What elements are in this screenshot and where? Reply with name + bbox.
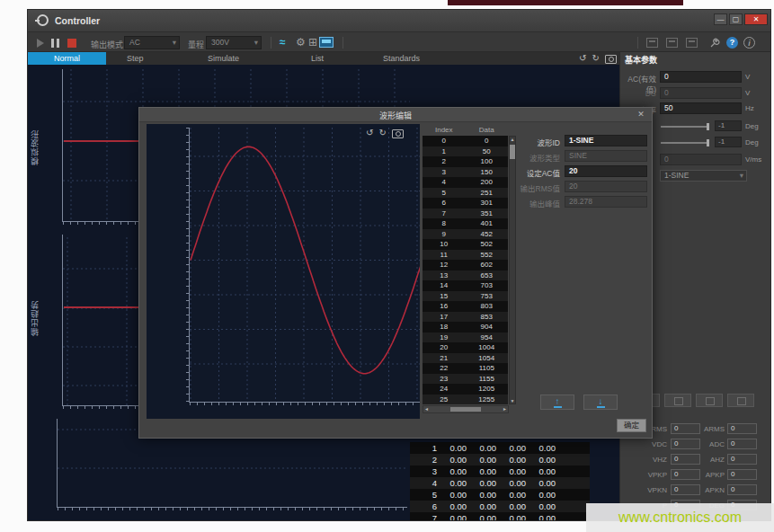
output-mode-select[interactable]: AC ▾	[124, 36, 180, 49]
y-tick-label	[28, 263, 60, 274]
field-value-input[interactable]: 20	[565, 165, 647, 177]
scroll-right-icon[interactable]: ►	[503, 406, 507, 412]
table-row[interactable]: 22 1105	[423, 363, 508, 374]
table-row[interactable]: 2 100	[423, 156, 508, 167]
cell: 0.00	[526, 454, 556, 466]
pause-icon[interactable]	[51, 39, 60, 48]
field-row: 波形ID 1-SINE	[515, 135, 650, 147]
table-row[interactable]: 1 0.00 0.00 0.00 0.00	[410, 442, 590, 454]
cell: 0.00	[437, 454, 467, 466]
table-row[interactable]: 3 0.00 0.00 0.00 0.00	[410, 466, 590, 477]
panel-tool-button-3[interactable]	[696, 394, 723, 407]
table-row[interactable]: 1 50	[423, 146, 508, 157]
y-tick-label	[28, 175, 60, 186]
play-icon[interactable]	[37, 39, 44, 48]
table-row[interactable]: 0 0	[423, 136, 508, 146]
index-cell: 6	[423, 198, 466, 208]
dc-value-input[interactable]: 0	[660, 87, 742, 99]
table-row[interactable]: 10 502	[423, 239, 508, 250]
panel-tool-button-4[interactable]	[727, 394, 754, 407]
slider-thumb[interactable]	[707, 139, 709, 146]
display-icon[interactable]	[319, 37, 334, 48]
table-row[interactable]: 23 1155	[423, 374, 508, 385]
scrollbar-thumb[interactable]	[450, 407, 481, 412]
range-select[interactable]: 300V ▾	[206, 36, 262, 49]
slew-input[interactable]: 0	[660, 154, 742, 165]
minimize-button[interactable]: —	[714, 13, 727, 25]
panel-tool-button-2[interactable]	[664, 394, 691, 407]
table-row[interactable]: 4 200	[423, 177, 508, 188]
table-row[interactable]: 5 251	[423, 188, 508, 199]
download-button[interactable]: ↓	[583, 395, 618, 410]
sine-wave-icon[interactable]: ≈	[280, 36, 286, 49]
table-row[interactable]: 19 954	[423, 332, 508, 343]
table-row[interactable]: 11 552	[423, 250, 508, 261]
stop-icon[interactable]	[67, 39, 76, 48]
trend-chart-ylabel: 输出趋势	[29, 264, 40, 336]
phase-off-value[interactable]: -1	[715, 137, 742, 147]
table-row[interactable]: 25 1255	[423, 395, 508, 405]
help-icon[interactable]: ?	[726, 37, 738, 49]
frequency-input[interactable]: 50	[660, 102, 742, 114]
phase-on-slider[interactable]	[661, 126, 707, 128]
table-row[interactable]: 7 351	[423, 208, 508, 219]
table-row[interactable]: 6 0.00 0.00 0.00 0.00	[410, 501, 590, 512]
field-value-input[interactable]: 20	[565, 181, 647, 192]
wrench-icon[interactable]	[709, 38, 720, 49]
table-row[interactable]: 4 0.00 0.00 0.00 0.00	[410, 477, 590, 489]
tab-standards[interactable]: Standards	[383, 52, 420, 65]
export-icon[interactable]	[666, 38, 678, 48]
gear-icon[interactable]: ⚙	[296, 36, 306, 49]
table-row[interactable]: 21 1054	[423, 353, 508, 364]
row-number: 3	[410, 466, 437, 477]
horizontal-scrollbar[interactable]: ◄ ►	[423, 405, 509, 413]
table-row[interactable]: 18 904	[423, 322, 508, 332]
table-row[interactable]: 20 1004	[423, 342, 508, 353]
table-row[interactable]: 3 150	[423, 167, 508, 178]
table-row[interactable]: 16 803	[423, 301, 508, 312]
field-value-input[interactable]: 28.278	[565, 196, 647, 208]
tab-simulate[interactable]: Simulate	[208, 52, 239, 65]
table-row[interactable]: 2 0.00 0.00 0.00 0.00	[410, 454, 590, 466]
tab-step[interactable]: Step	[127, 52, 144, 65]
table-row[interactable]: 13 653	[423, 270, 508, 281]
index-cell: 24	[423, 384, 466, 395]
save-icon[interactable]	[686, 38, 698, 48]
info-icon[interactable]: i	[743, 37, 755, 49]
snapshot-icon[interactable]	[605, 55, 617, 64]
close-button[interactable]: ✕	[744, 13, 768, 25]
undo-zoom-icon[interactable]: ↺	[579, 53, 586, 64]
upload-button[interactable]: ↑	[540, 395, 574, 410]
grid-config-icon[interactable]: ⊞	[308, 36, 317, 49]
field-value-input[interactable]: SINE	[565, 150, 647, 162]
table-row[interactable]: 8 401	[423, 218, 508, 229]
maximize-button[interactable]: ▢	[729, 13, 743, 25]
table-row[interactable]: 17 853	[423, 312, 508, 323]
index-cell: 20	[423, 342, 466, 353]
index-cell: 25	[423, 395, 466, 405]
table-row[interactable]: 7 0.00 0.00 0.00 0.00	[410, 512, 590, 521]
phase-on-value[interactable]: -1	[715, 120, 742, 131]
index-cell: 9	[423, 229, 466, 240]
table-row[interactable]: 9 452	[423, 229, 508, 240]
data-cell: 1255	[466, 395, 509, 405]
slider-thumb[interactable]	[707, 123, 709, 130]
table-row[interactable]: 24 1205	[423, 384, 508, 395]
cell: 0.00	[496, 442, 526, 454]
table-row[interactable]: 15 753	[423, 291, 508, 302]
table-row[interactable]: 12 602	[423, 260, 508, 270]
import-icon[interactable]	[646, 38, 658, 48]
table-row[interactable]: 6 301	[423, 198, 508, 208]
scroll-left-icon[interactable]: ◄	[424, 406, 429, 412]
table-row[interactable]: 14 703	[423, 280, 508, 291]
field-value-input[interactable]: 1-SINE	[565, 135, 647, 146]
measurement-row: VPKN 0 APKN 0	[620, 484, 771, 496]
tab-list[interactable]: List	[311, 52, 324, 65]
redo-zoom-icon[interactable]: ↻	[592, 53, 599, 64]
waveform-select[interactable]: 1-SINE ▾	[660, 170, 747, 182]
ac-value-input[interactable]: 0	[660, 71, 742, 83]
confirm-button[interactable]: 确定	[617, 419, 646, 432]
table-row[interactable]: 5 0.00 0.00 0.00 0.00	[410, 489, 590, 501]
phase-off-slider[interactable]	[661, 142, 707, 144]
tab-normal[interactable]: Normal	[28, 52, 106, 65]
